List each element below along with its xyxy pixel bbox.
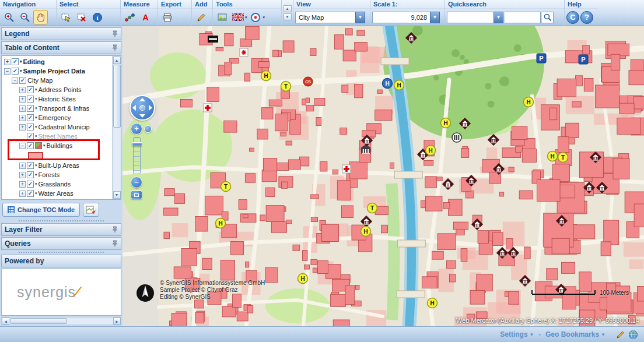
map-marker-h[interactable]: H <box>298 274 308 284</box>
layer-checkbox[interactable]: ✓ <box>12 58 19 65</box>
layer-menu-caret-icon[interactable]: ▾ <box>35 182 37 186</box>
layer-checkbox[interactable]: ✓ <box>27 142 34 149</box>
zoom-slider[interactable] <box>133 137 141 174</box>
map-marker-t[interactable]: T <box>558 153 568 163</box>
map-marker-station[interactable] <box>452 133 461 142</box>
zoom-in-button[interactable] <box>2 10 16 24</box>
scale-select-caret-icon[interactable]: ▼ <box>430 12 440 23</box>
pan-button[interactable] <box>33 10 48 24</box>
globe-status-icon[interactable] <box>628 330 638 340</box>
map-marker-h[interactable]: H <box>441 118 451 128</box>
map-marker-h[interactable]: H <box>361 227 371 237</box>
layer-checkbox[interactable]: ✓ <box>27 114 34 121</box>
toolbar-collapse-button[interactable]: ▼ <box>284 13 292 20</box>
quicksearch-select-caret-icon[interactable]: ▼ <box>494 12 503 23</box>
map-extent-button[interactable] <box>83 203 99 217</box>
layer-menu-caret-icon[interactable]: ▾ <box>35 87 37 92</box>
scale-select[interactable]: 9,028 ▼ <box>372 12 440 23</box>
toc-item-transport-infras[interactable]: +✓▾Transport & Infras <box>2 104 112 113</box>
toc-item-editing[interactable]: +✓▾Editing <box>2 57 112 66</box>
layer-menu-caret-icon[interactable]: ▾ <box>35 106 37 111</box>
layer-checkbox[interactable]: ✓ <box>12 68 19 75</box>
layer-menu-caret-icon[interactable]: ▾ <box>35 97 37 101</box>
language-button[interactable] <box>230 10 245 24</box>
toc-item-street-names[interactable]: ✓▾Street Names <box>2 132 112 141</box>
toc-item-cadastral-municip[interactable]: +✓▾Cadastral Municip <box>2 122 112 132</box>
toc-scrollbar[interactable]: ▲ ▼ <box>112 56 121 199</box>
expand-toggle-icon[interactable]: + <box>4 59 10 65</box>
toc-item-grasslands[interactable]: +✓▾Grasslands <box>2 179 112 189</box>
toc-panel-header[interactable]: Table of Content <box>1 41 121 54</box>
layer-menu-caret-icon[interactable]: ▾ <box>35 163 37 168</box>
map-marker-badge[interactable]: CS <box>303 77 313 86</box>
change-toc-mode-button[interactable]: Change TOC Mode <box>2 203 80 217</box>
legend-swatch-buildings[interactable] <box>2 150 112 161</box>
full-extent-button[interactable] <box>131 191 142 199</box>
add-text-button[interactable]: A <box>138 10 153 24</box>
scroll-down-icon[interactable]: ▼ <box>113 191 121 199</box>
layer-checkbox[interactable]: ✓ <box>27 181 34 188</box>
print-button[interactable] <box>160 10 174 24</box>
expand-toggle-icon[interactable]: + <box>19 96 26 103</box>
layer-checkbox[interactable]: ✓ <box>27 96 34 103</box>
map-marker-p[interactable]: P <box>537 54 546 63</box>
toc-item-historic-sites[interactable]: +✓▾Historic Sites <box>2 94 112 104</box>
pan-up-icon[interactable] <box>139 98 145 101</box>
horizontal-scroll-thumb[interactable] <box>10 318 66 324</box>
map-marker-cross[interactable] <box>342 165 351 173</box>
toc-item-sample-project-data[interactable]: −✓▾Sample Project Data <box>2 66 112 76</box>
map-marker-h[interactable]: H <box>548 151 558 161</box>
map-marker-t[interactable]: T <box>221 182 231 192</box>
toolbar-expand-button[interactable]: ▲ <box>284 5 292 12</box>
language-caret-icon[interactable]: ▾ <box>245 15 247 20</box>
layer-menu-caret-icon[interactable]: ▾ <box>35 172 37 177</box>
layer-menu-caret-icon[interactable]: ▾ <box>35 134 37 139</box>
map-marker-hblue[interactable]: H <box>383 79 393 89</box>
clear-selection-button[interactable] <box>74 10 89 24</box>
tool-options-button[interactable] <box>249 10 263 24</box>
select-features-button[interactable] <box>58 10 73 24</box>
sidebar-horizontal-scrollbar[interactable]: ◀ ▶ <box>1 317 121 325</box>
map-pan-pad[interactable] <box>130 95 155 121</box>
map-marker-t[interactable]: T <box>281 82 291 91</box>
expand-toggle-icon[interactable]: − <box>12 77 18 84</box>
draw-button[interactable] <box>194 10 208 24</box>
expand-toggle-icon[interactable]: + <box>19 87 26 93</box>
settings-link[interactable]: Settings ▼ <box>500 330 534 339</box>
quicksearch-button[interactable] <box>542 12 554 23</box>
expand-toggle-icon[interactable]: − <box>4 68 10 75</box>
view-select[interactable]: City Map ▼ <box>295 12 365 23</box>
map-marker-p[interactable]: P <box>579 55 588 64</box>
expand-toggle-icon[interactable]: + <box>19 191 26 197</box>
geo-bookmarks-link[interactable]: Geo Bookmarks ▼ <box>545 330 606 339</box>
zoom-out-map-button[interactable]: − <box>131 177 142 188</box>
map-marker-h[interactable]: H <box>261 71 271 81</box>
quicksearch-category-select[interactable]: ▼ <box>447 12 503 23</box>
scroll-left-icon[interactable]: ◀ <box>2 318 9 325</box>
toc-item-address-points[interactable]: +✓▾Address Points <box>2 85 112 94</box>
expand-toggle-icon[interactable]: + <box>19 105 26 112</box>
toc-item-forests[interactable]: +✓▾Forests <box>2 170 112 179</box>
layer-checkbox[interactable]: ✓ <box>19 77 26 84</box>
zoom-in-map-button[interactable]: + <box>131 123 142 135</box>
expand-toggle-icon[interactable]: + <box>19 115 26 121</box>
pin-icon[interactable] <box>112 240 118 247</box>
expand-toggle-icon[interactable]: + <box>19 181 26 188</box>
layer-menu-caret-icon[interactable]: ▾ <box>43 143 46 148</box>
map-marker-h[interactable]: H <box>524 97 534 107</box>
layer-checkbox[interactable]: ✓ <box>27 190 34 197</box>
core-button[interactable]: C <box>566 11 579 24</box>
expand-toggle-icon[interactable]: + <box>19 163 26 169</box>
layer-filter-panel-header[interactable]: Layer Filter <box>1 223 121 236</box>
panel-resize-handle[interactable] <box>19 252 104 253</box>
map-marker-star[interactable] <box>240 48 248 57</box>
panel-resize-handle[interactable] <box>19 220 104 221</box>
layer-checkbox[interactable]: ✓ <box>27 162 34 169</box>
layer-menu-caret-icon[interactable]: ▾ <box>35 125 37 129</box>
map-marker-h[interactable]: H <box>394 80 404 90</box>
quicksearch-input[interactable] <box>505 12 541 23</box>
pin-icon[interactable] <box>112 226 118 233</box>
pan-center-icon[interactable] <box>139 105 145 111</box>
help-button[interactable]: ? <box>580 11 593 24</box>
toc-item-buildings[interactable]: −✓▾Buildings <box>2 141 112 150</box>
